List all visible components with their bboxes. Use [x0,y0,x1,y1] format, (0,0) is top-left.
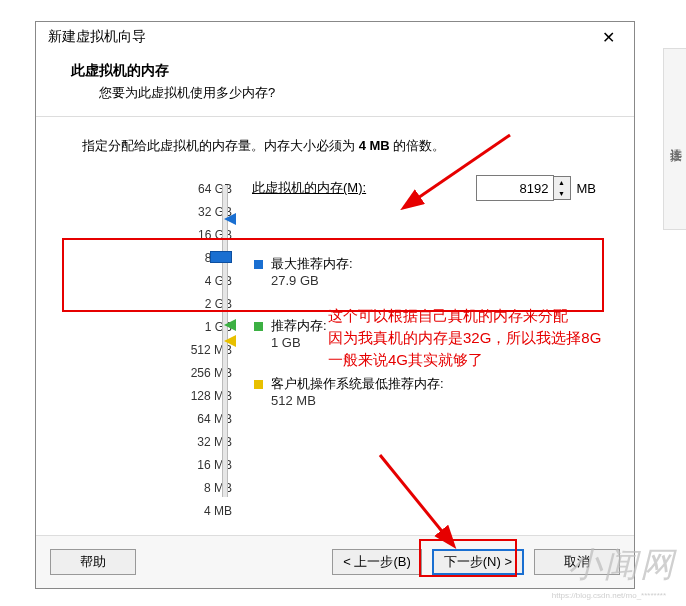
instr-post: 的倍数。 [390,138,446,153]
annot-line2: 因为我真机的内存是32G，所以我选择8G [328,327,638,349]
min-marker-icon [224,335,236,347]
memory-spinbox[interactable]: ▲ ▼ MB [476,175,597,201]
spin-arrows[interactable]: ▲ ▼ [554,176,571,200]
page-subtitle: 您要为此虚拟机使用多少内存? [71,80,612,102]
annot-line3: 一般来说4G其实就够了 [328,349,638,371]
page-title: 此虚拟机的内存 [71,62,612,80]
max-label: 最大推荐内存: [271,256,353,271]
titlebar: 新建虚拟机向导 ✕ [36,22,634,52]
watermark-url: https://blog.csdn.net/mo_******** [552,591,666,600]
memory-field-label: 此虚拟机的内存(M): [252,179,366,197]
square-blue-icon [254,260,263,269]
annot-line1: 这个可以根据自己真机的内存来分配 [328,305,638,327]
spin-down-icon[interactable]: ▼ [554,188,570,199]
max-marker-icon [224,213,236,225]
wizard-dialog: 新建虚拟机向导 ✕ 此虚拟机的内存 您要为此虚拟机使用多少内存? 指定分配给此虚… [35,21,635,589]
memory-input[interactable] [476,175,554,201]
instr-bold: 4 MB [359,138,390,153]
spin-up-icon[interactable]: ▲ [554,177,570,188]
wizard-header: 此虚拟机的内存 您要为此虚拟机使用多少内存? [36,52,634,117]
instr-pre: 指定分配给此虚拟机的内存量。内存大小必须为 [82,138,359,153]
close-button[interactable]: ✕ [588,22,628,52]
wizard-body: 指定分配给此虚拟机的内存量。内存大小必须为 4 MB 的倍数。 此虚拟机的内存(… [36,117,634,527]
min-value: 512 MB [254,393,444,408]
help-button[interactable]: 帮助 [50,549,136,575]
memory-scale: 64 GB 32 GB 16 GB 8 GB 4 GB 2 GB 1 GB 51… [92,177,232,522]
next-button[interactable]: 下一步(N) > [432,549,524,575]
min-label: 客户机操作系统最低推荐内存: [271,376,444,391]
rec-value: 1 GB [254,335,327,350]
rec-memory-info: 推荐内存: 1 GB [254,317,327,350]
memory-unit: MB [577,181,597,196]
min-memory-info: 客户机操作系统最低推荐内存: 512 MB [254,375,444,408]
annotation-text: 这个可以根据自己真机的内存来分配 因为我真机的内存是32G，所以我选择8G 一般… [328,305,638,371]
back-button[interactable]: < 上一步(B) [332,549,422,575]
scale-label: 4 MB [172,504,232,518]
rec-label: 推荐内存: [271,318,327,333]
window-title: 新建虚拟机向导 [48,28,146,46]
max-memory-info: 最大推荐内存: 27.9 GB [254,255,353,288]
cancel-button[interactable]: 取消 [534,549,620,575]
rec-marker-icon [224,319,236,331]
side-panel: 连接远 [663,48,686,230]
square-green-icon [254,322,263,331]
slider-handle[interactable] [210,251,232,263]
max-value: 27.9 GB [254,273,353,288]
instruction: 指定分配给此虚拟机的内存量。内存大小必须为 4 MB 的倍数。 [82,137,612,155]
square-yellow-icon [254,380,263,389]
wizard-footer: 帮助 < 上一步(B) 下一步(N) > 取消 [36,535,634,588]
